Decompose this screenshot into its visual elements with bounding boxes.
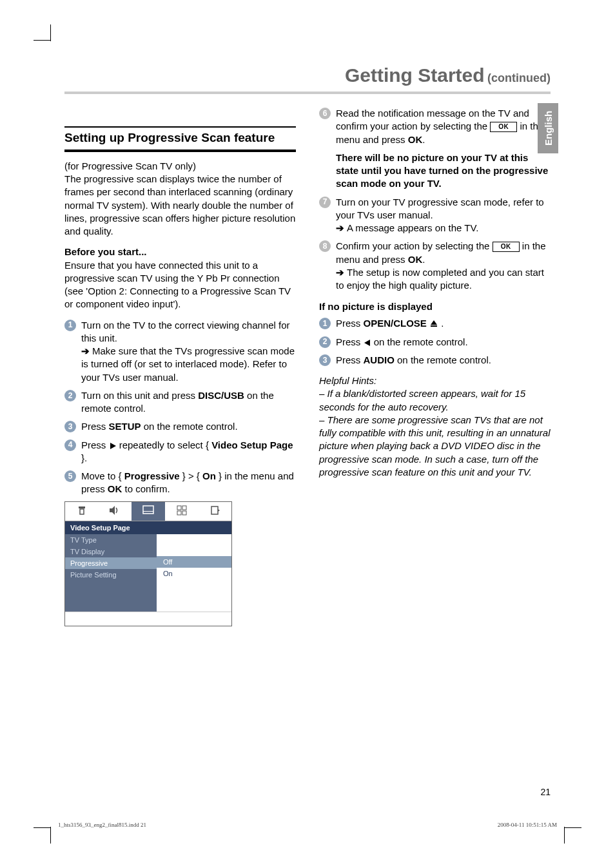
- svg-rect-6: [177, 506, 181, 510]
- step-text: on the remote control.: [374, 336, 468, 347]
- step-text: .: [422, 254, 425, 265]
- page-title-continued: (continued): [487, 72, 551, 84]
- left-column: Setting up Progressive Scan feature (for…: [64, 107, 296, 626]
- print-timestamp: 2008-04-11 10:51:15 AM: [498, 822, 557, 828]
- menu-option: On: [202, 470, 216, 481]
- print-file: 1_hts3156_93_eng2_final815.indd 21: [58, 822, 146, 828]
- result-arrow-icon: ➔: [336, 267, 344, 278]
- step-1: 1 Turn on the TV to the correct viewing …: [64, 319, 296, 384]
- helpful-hints-heading: Helpful Hints:: [319, 374, 551, 387]
- crop-mark: [34, 827, 50, 828]
- step-text: to confirm.: [122, 483, 170, 494]
- section-rule: [64, 126, 296, 128]
- step-text: Confirm your action by selecting the: [336, 240, 493, 251]
- step-2: 2 Turn on this unit and press DISC/USB o…: [64, 389, 296, 416]
- section-heading: Setting up Progressive Scan feature: [64, 130, 296, 146]
- osd-tab-general-icon: [65, 502, 99, 521]
- step-text: repeatedly to select {: [119, 439, 211, 450]
- step-3: 3 Press SETUP on the remote control.: [64, 420, 296, 433]
- page-title: Getting Started: [345, 64, 485, 86]
- osd-option: On: [157, 568, 231, 579]
- button-label: OK: [408, 254, 423, 265]
- page-body: Getting Started (continued) Setting up P…: [0, 0, 615, 652]
- step-number-icon: 2: [64, 390, 76, 401]
- menu-name: Video Setup Page: [211, 439, 293, 450]
- step-text: Press: [81, 439, 109, 450]
- step-text: on the remote control.: [395, 354, 491, 365]
- step-text: Press: [336, 318, 364, 329]
- svg-marker-14: [364, 340, 370, 346]
- osd-menu-items: TV Type TV Display Progressive Picture S…: [65, 534, 157, 612]
- eject-icon: [429, 319, 438, 328]
- step-text: Press: [336, 336, 364, 347]
- button-label: AUDIO: [364, 354, 395, 365]
- svg-rect-4: [143, 506, 153, 514]
- svg-rect-7: [182, 506, 186, 510]
- section-rule: [64, 149, 296, 152]
- svg-marker-0: [110, 443, 116, 449]
- step-number-icon: 2: [319, 336, 331, 348]
- crop-mark: [34, 40, 50, 41]
- step-text: }.: [81, 452, 87, 463]
- result-arrow-icon: ➔: [336, 222, 344, 233]
- step-6: 6 Read the notification message on the T…: [319, 107, 551, 191]
- svg-rect-9: [182, 511, 186, 515]
- left-arrow-icon: [364, 339, 371, 347]
- svg-rect-8: [177, 511, 181, 515]
- osd-page-title: Video Setup Page: [65, 521, 231, 534]
- crop-mark: [50, 24, 51, 41]
- osd-options: Off On: [157, 534, 231, 612]
- step-number-icon: 1: [319, 318, 331, 329]
- no-picture-step-2: 2 Press on the remote control.: [319, 336, 551, 349]
- ok-box-icon: OK: [490, 122, 517, 132]
- step-text: Move to {: [81, 470, 124, 481]
- step-number-icon: 7: [319, 197, 331, 208]
- step-text: Press: [81, 421, 109, 432]
- svg-rect-10: [211, 506, 218, 514]
- button-label: DISC/USB: [198, 390, 244, 401]
- osd-tab-password-icon: [198, 502, 231, 521]
- right-arrow-icon: [109, 442, 117, 450]
- step-4: 4 Press repeatedly to select { Video Set…: [64, 439, 296, 465]
- step-text: .: [441, 318, 444, 329]
- button-label: SETUP: [109, 421, 141, 432]
- osd-tab-audio-icon: [99, 502, 132, 521]
- button-label: OK: [108, 483, 122, 494]
- no-picture-step-1: 1 Press OPEN/CLOSE .: [319, 317, 551, 330]
- step-number-icon: 1: [64, 320, 76, 331]
- crop-mark: [50, 827, 51, 844]
- crop-mark: [564, 827, 565, 844]
- menu-option: Progressive: [124, 470, 180, 481]
- step-text: Turn on your TV progressive scan mode, r…: [336, 197, 544, 220]
- osd-item: TV Display: [65, 546, 157, 557]
- step-number-icon: 3: [64, 421, 76, 432]
- step-number-icon: 8: [319, 240, 331, 252]
- before-you-start-heading: Before you start...: [64, 246, 296, 258]
- osd-option-selected: Off: [157, 556, 231, 568]
- print-metadata: 1_hts3156_93_eng2_final815.indd 21 2008-…: [58, 822, 557, 828]
- step-text: } > {: [180, 470, 202, 481]
- step-8: 8 Confirm your action by selecting the O…: [319, 240, 551, 292]
- osd-item: TV Type: [65, 534, 157, 546]
- svg-rect-13: [431, 325, 437, 327]
- intro-paragraph: (for Progressive Scan TV only) The progr…: [64, 160, 296, 238]
- right-column: 6 Read the notification message on the T…: [319, 107, 551, 626]
- title-underline: [64, 92, 551, 94]
- svg-marker-11: [218, 509, 220, 512]
- step-text: Turn on this unit and press: [81, 390, 198, 401]
- no-picture-step-3: 3 Press AUDIO on the remote control.: [319, 354, 551, 367]
- crop-mark: [565, 827, 581, 828]
- step-result: The setup is now completed and you can s…: [336, 267, 544, 291]
- helpful-hint: – If a blank/distorted screen appears, w…: [319, 387, 551, 414]
- osd-tab-video-icon: [132, 502, 165, 521]
- warning-block: There will be no picture on your TV at t…: [336, 151, 551, 191]
- result-arrow-icon: ➔: [81, 345, 90, 356]
- step-text: Turn on the TV to the correct viewing ch…: [81, 320, 290, 343]
- helpful-hint: – There are some progressive scan TVs th…: [319, 414, 551, 479]
- step-number-icon: 5: [64, 470, 76, 482]
- step-number-icon: 3: [319, 354, 331, 366]
- osd-tab-preference-icon: [165, 502, 199, 521]
- ok-box-icon: OK: [493, 242, 520, 252]
- osd-item-selected: Progressive: [65, 557, 157, 569]
- osd-tab-row: [65, 502, 231, 521]
